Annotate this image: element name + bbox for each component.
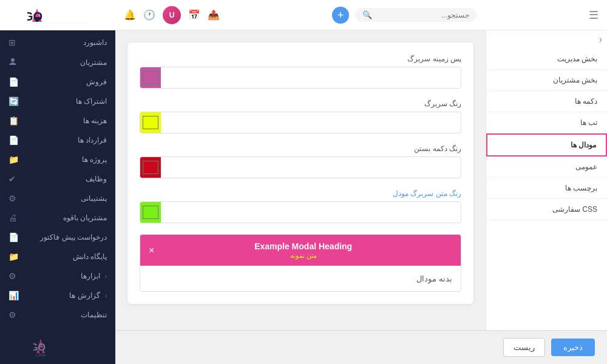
- modal-preview-title: Example Modal Heading: [254, 241, 352, 251]
- premium-customers-icon: 🖨: [8, 213, 17, 223]
- calendar-icon[interactable]: 📅: [188, 9, 200, 21]
- settings-panel-toggle[interactable]: ‹: [486, 30, 607, 49]
- settings-nav-modals[interactable]: مودال ها: [486, 133, 607, 157]
- settings-nav-general[interactable]: عمومی: [486, 157, 607, 178]
- field-bg-color-label: پس زمینه سربرگ: [140, 55, 461, 63]
- settings-nav-css[interactable]: CSS سفارشی: [486, 199, 607, 220]
- search-box: 🔍: [355, 8, 476, 22]
- settings-nav-buttons[interactable]: دکمه ها: [486, 91, 607, 112]
- hamburger-icon[interactable]: ☰: [589, 8, 599, 22]
- svg-text:CRM: CRM: [36, 353, 46, 357]
- add-button[interactable]: +: [332, 7, 349, 24]
- modal-preview-header: × Example Modal Heading متن نمونه: [140, 235, 461, 266]
- chevron-left-icon2: ‹: [105, 292, 107, 299]
- sidebar-item-reports[interactable]: ‹ گزارش ها 📊: [0, 286, 115, 305]
- dashboard-icon: ⊞: [8, 38, 16, 47]
- sidebar-item-contracts[interactable]: قرارداد ها 📄: [0, 130, 115, 150]
- logo-svg: RGO: [27, 5, 88, 25]
- field-bg-color: پس زمینه سربرگ #c1559e: [140, 55, 461, 89]
- color-input-bg: #c1559e: [140, 67, 461, 89]
- settings-nav-tags[interactable]: برچسب ها: [486, 178, 607, 199]
- contracts-icon: 📄: [8, 135, 19, 145]
- sales-icon: 📄: [8, 77, 19, 87]
- sidebar-navigation: داشبورد ⊞ مشتریان فروش 📄 اشتراک ها 🔄 هزی…: [0, 30, 115, 328]
- content-area: ‹ بخش مدیریت بخش مشتریان دکمه ها تب ها م…: [115, 30, 607, 330]
- sidebar-item-projects[interactable]: پروژه ها 📁: [0, 150, 115, 169]
- header-right: ☰: [589, 8, 599, 22]
- modal-body-text: بدنه مودال: [416, 274, 452, 283]
- sidebar-item-support[interactable]: پشتیبانی ⚙: [0, 189, 115, 208]
- field-text-color-label: رنگ سربرگ: [140, 99, 461, 108]
- svg-text:RGO: RGO: [33, 342, 46, 352]
- sidebar-item-expenses[interactable]: هزینه ها 📋: [0, 111, 115, 130]
- sidebar-item-knowledge-base[interactable]: پایگاه دانش 📁: [0, 247, 115, 266]
- avatar[interactable]: U: [163, 6, 181, 24]
- clock-icon[interactable]: 🕐: [143, 9, 155, 21]
- svg-point-4: [11, 58, 15, 62]
- color-input-close: #c8081b: [140, 157, 461, 178]
- sidebar-item-dashboard[interactable]: داشبورد ⊞: [0, 33, 115, 52]
- sidebar-item-subscriptions[interactable]: اشتراک ها 🔄: [0, 92, 115, 111]
- projects-icon: 📁: [8, 155, 19, 164]
- bell-icon[interactable]: 🔔: [124, 9, 136, 21]
- color-input-text: #eaff00: [140, 112, 461, 133]
- sidebar-item-customers[interactable]: مشتریان: [0, 52, 115, 72]
- modal-close-button[interactable]: ×: [149, 246, 154, 255]
- color-value-modal-header[interactable]: #fafb17: [161, 204, 461, 221]
- settings-nav-customers-section[interactable]: بخش مشتریان: [486, 70, 607, 91]
- field-close-color-label: رنگ دکمه بستن: [140, 144, 461, 153]
- tasks-icon: ✔: [8, 174, 16, 184]
- color-value-bg[interactable]: #c1559e: [161, 70, 461, 86]
- color-swatch-modal-header[interactable]: [140, 202, 161, 223]
- settings-nav-management[interactable]: بخش مدیریت: [486, 49, 607, 70]
- expenses-icon: 📋: [8, 116, 19, 126]
- bottom-bar: ذخیره ریست: [115, 330, 607, 364]
- settings-nav-tabs[interactable]: تب ها: [486, 112, 607, 133]
- sidebar-item-settings[interactable]: تنظیمات ⚙: [0, 305, 115, 325]
- sidebar-item-invoice-requests[interactable]: درخواست پیش فاکتور 📄: [0, 228, 115, 247]
- modal-preview: × Example Modal Heading متن نمونه بدنه م…: [140, 234, 461, 292]
- invoice-icon: 📄: [8, 232, 19, 242]
- settings-icon: ⚙: [8, 310, 16, 320]
- color-value-text[interactable]: #eaff00: [161, 115, 461, 131]
- sidebar-item-sales[interactable]: فروش 📄: [0, 72, 115, 92]
- top-header: 🔔 🕐 U 📅 📤 + 🔍 ☰: [115, 0, 607, 30]
- header-center: + 🔍: [332, 7, 476, 24]
- form-card: پس زمینه سربرگ #c1559e رنگ سربرگ #eaff00: [127, 42, 473, 304]
- modal-preview-body: بدنه مودال: [140, 266, 461, 291]
- header-left: 🔔 🕐 U 📅 📤: [124, 6, 220, 24]
- sidebar-item-premium-customers[interactable]: مشتریان باقوه 🖨: [0, 208, 115, 228]
- field-modal-header-color: رنگ متن سربرگ مودل #fafb17: [140, 189, 461, 223]
- subscriptions-icon: 🔄: [8, 96, 19, 106]
- knowledge-icon: 📁: [8, 252, 19, 261]
- field-close-color: رنگ دکمه بستن #c8081b: [140, 144, 461, 178]
- color-value-close[interactable]: #c8081b: [161, 160, 461, 176]
- sidebar-item-tools[interactable]: ‹ ابزارها ⚙: [0, 266, 115, 286]
- chevron-left-icon: ‹: [105, 273, 107, 280]
- color-input-modal-header: #fafb17: [140, 201, 461, 223]
- bottom-logo: RGO CRM: [33, 334, 82, 358]
- search-input[interactable]: [376, 11, 469, 19]
- svg-text:RGO: RGO: [27, 10, 42, 23]
- main-area: 🔔 🕐 U 📅 📤 + 🔍 ☰ ‹ بخش مدیریت بخش مشتریان…: [115, 0, 607, 364]
- sidebar-bottom: RGO CRM: [0, 328, 115, 364]
- main-form: پس زمینه سربرگ #c1559e رنگ سربرگ #eaff00: [115, 30, 486, 330]
- share-icon[interactable]: 📤: [208, 9, 220, 21]
- color-swatch-text[interactable]: [140, 112, 161, 133]
- search-icon: 🔍: [362, 10, 372, 19]
- color-swatch-close[interactable]: [140, 157, 161, 178]
- support-icon: ⚙: [8, 194, 16, 203]
- sidebar: RGO داشبورد ⊞ مشتریان فروش 📄 اشتراک ها 🔄…: [0, 0, 115, 364]
- field-modal-header-color-label: رنگ متن سربرگ مودل: [140, 189, 461, 198]
- settings-panel: ‹ بخش مدیریت بخش مشتریان دکمه ها تب ها م…: [486, 30, 607, 330]
- color-swatch-bg[interactable]: [140, 67, 161, 88]
- sidebar-item-tasks[interactable]: وظایف ✔: [0, 169, 115, 189]
- tools-icon: ⚙: [8, 271, 16, 281]
- sidebar-logo: RGO: [0, 0, 115, 30]
- field-text-color: رنگ سربرگ #eaff00: [140, 99, 461, 133]
- reports-icon: 📊: [8, 291, 19, 300]
- reset-button[interactable]: ریست: [503, 338, 545, 357]
- customers-icon: [8, 57, 17, 67]
- modal-preview-subtitle: متن نمونه: [154, 252, 452, 260]
- save-button[interactable]: ذخیره: [551, 339, 595, 356]
